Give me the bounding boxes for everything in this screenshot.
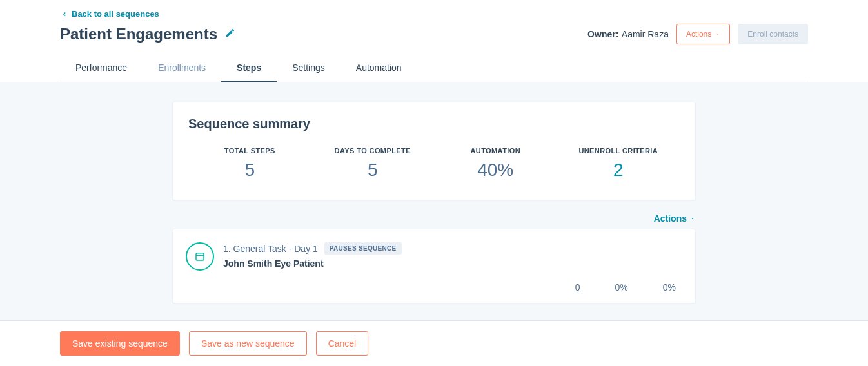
step-subject: John Smith Eye Patient: [223, 258, 402, 269]
caret-down-icon: [689, 215, 696, 222]
tab-performance[interactable]: Performance: [60, 55, 143, 82]
header-actions-label: Actions: [686, 30, 711, 39]
step-title: 1. General Task - Day 1: [223, 244, 318, 254]
pauses-sequence-badge: PAUSES SEQUENCE: [324, 242, 402, 255]
stat-automation: AUTOMATION 40%: [434, 147, 557, 180]
summary-card: Sequence summary TOTAL STEPS 5 DAYS TO C…: [172, 102, 696, 200]
step-card[interactable]: 1. General Task - Day 1 PAUSES SEQUENCE …: [172, 229, 696, 303]
save-new-button[interactable]: Save as new sequence: [189, 331, 307, 356]
owner-block: Owner: Aamir Raza: [587, 28, 669, 40]
tab-settings[interactable]: Settings: [277, 55, 340, 82]
chevron-left-icon: [61, 11, 68, 17]
footer-bar: Save existing sequence Save as new seque…: [0, 320, 868, 366]
tab-enrollments[interactable]: Enrollments: [143, 55, 221, 82]
stat-unenroll[interactable]: UNENROLL CRITERIA 2: [557, 147, 680, 180]
caret-down-icon: [715, 32, 720, 37]
enroll-contacts-label: Enroll contacts: [747, 30, 798, 39]
tab-automation[interactable]: Automation: [340, 55, 417, 82]
tabs: Performance Enrollments Steps Settings A…: [60, 50, 808, 82]
tab-steps[interactable]: Steps: [221, 55, 277, 82]
step-stat-1: 0%: [615, 282, 628, 293]
back-link-label: Back to all sequences: [72, 9, 159, 19]
step-stat-0: 0: [575, 282, 580, 293]
summary-title: Sequence summary: [188, 117, 680, 131]
owner-label: Owner:: [587, 29, 618, 39]
save-existing-button[interactable]: Save existing sequence: [60, 331, 180, 356]
header-actions-button[interactable]: Actions: [676, 24, 730, 44]
owner-name: Aamir Raza: [622, 29, 669, 39]
page-title: Patient Engagements: [60, 25, 217, 43]
step-stat-2: 0%: [663, 282, 676, 293]
enroll-contacts-button: Enroll contacts: [738, 24, 808, 44]
stat-days-complete: DAYS TO COMPLETE 5: [311, 147, 435, 180]
edit-title-icon[interactable]: [225, 28, 235, 41]
cancel-button[interactable]: Cancel: [316, 331, 369, 356]
svg-rect-0: [196, 253, 204, 260]
calendar-icon: [186, 242, 214, 271]
back-to-sequences-link[interactable]: Back to all sequences: [61, 0, 159, 23]
step-actions-dropdown[interactable]: Actions: [654, 213, 696, 224]
stat-total-steps: TOTAL STEPS 5: [188, 147, 311, 180]
